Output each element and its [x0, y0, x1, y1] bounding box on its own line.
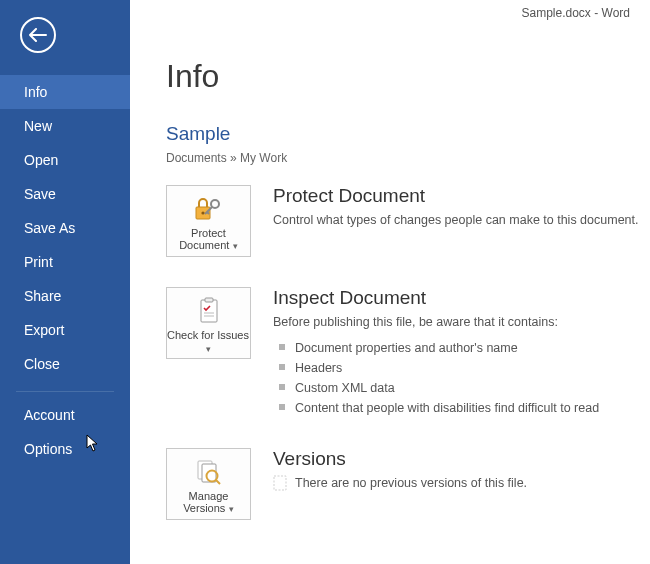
section-protect: Protect Document ▾ Protect Document Cont… [166, 185, 650, 257]
versions-row: There are no previous versions of this f… [273, 475, 640, 491]
document-ghost-icon [273, 475, 287, 491]
section-body: Protect Document Control what types of c… [273, 185, 650, 230]
svg-rect-5 [201, 300, 217, 322]
app-root: Info New Open Save Save As Print Share E… [0, 0, 650, 564]
check-for-issues-button[interactable]: Check for Issues ▾ [166, 287, 251, 359]
content: Info Sample Documents » My Work [130, 0, 650, 520]
svg-rect-13 [274, 476, 286, 490]
nav-label: Options [24, 441, 72, 457]
protect-document-button[interactable]: Protect Document ▾ [166, 185, 251, 257]
section-desc: Control what types of changes people can… [273, 212, 640, 230]
nav-item-save-as[interactable]: Save As [0, 211, 130, 245]
checklist-icon [196, 296, 222, 326]
nav-item-close[interactable]: Close [0, 347, 130, 381]
document-name: Sample [166, 123, 650, 145]
tile-label: Manage Versions ▾ [167, 490, 250, 515]
nav-item-new[interactable]: New [0, 109, 130, 143]
main: Sample.docx - Word Info Sample Documents… [130, 0, 650, 564]
nav-item-open[interactable]: Open [0, 143, 130, 177]
svg-line-4 [207, 212, 209, 214]
issue-item: Document properties and author's name [273, 338, 640, 358]
nav-label: New [24, 118, 52, 134]
nav: Info New Open Save Save As Print Share E… [0, 75, 130, 466]
issue-item: Headers [273, 358, 640, 378]
nav-separator [16, 391, 114, 392]
tile-label: Check for Issues ▾ [167, 329, 250, 355]
window-title: Sample.docx - Word [522, 6, 631, 20]
nav-item-export[interactable]: Export [0, 313, 130, 347]
breadcrumb: Documents » My Work [166, 151, 650, 165]
svg-rect-10 [202, 464, 216, 482]
nav-label: Export [24, 322, 64, 338]
chevron-down-icon: ▾ [230, 241, 238, 251]
nav-label: Save [24, 186, 56, 202]
nav-label: Info [24, 84, 47, 100]
nav-label: Account [24, 407, 75, 423]
chevron-down-icon: ▾ [206, 344, 211, 354]
back-arrow-icon [29, 28, 47, 42]
nav-item-options[interactable]: Options [0, 432, 130, 466]
svg-point-1 [201, 211, 204, 214]
cursor-icon [86, 434, 100, 455]
tile-label: Protect Document ▾ [167, 227, 250, 252]
nav-label: Share [24, 288, 61, 304]
nav-label: Close [24, 356, 60, 372]
section-body: Versions There are no previous versions … [273, 448, 650, 491]
svg-rect-6 [205, 298, 213, 302]
issue-item: Custom XML data [273, 378, 640, 398]
nav-label: Save As [24, 220, 75, 236]
chevron-down-icon: ▾ [226, 504, 234, 514]
nav-item-print[interactable]: Print [0, 245, 130, 279]
sidebar: Info New Open Save Save As Print Share E… [0, 0, 130, 564]
lock-key-icon [194, 194, 224, 224]
nav-label: Print [24, 254, 53, 270]
section-versions: Manage Versions ▾ Versions There are no … [166, 448, 650, 520]
section-title: Versions [273, 448, 640, 470]
issue-item: Content that people with disabilities fi… [273, 398, 640, 418]
page-title: Info [166, 58, 650, 95]
versions-icon [195, 457, 223, 487]
issue-list: Document properties and author's name He… [273, 338, 640, 418]
nav-item-account[interactable]: Account [0, 398, 130, 432]
svg-line-12 [216, 480, 220, 484]
manage-versions-button[interactable]: Manage Versions ▾ [166, 448, 251, 520]
section-body: Inspect Document Before publishing this … [273, 287, 650, 418]
versions-text: There are no previous versions of this f… [295, 476, 527, 490]
section-inspect: Check for Issues ▾ Inspect Document Befo… [166, 287, 650, 418]
back-button[interactable] [20, 17, 56, 53]
nav-item-info[interactable]: Info [0, 75, 130, 109]
section-desc: Before publishing this file, be aware th… [273, 314, 640, 332]
nav-label: Open [24, 152, 58, 168]
nav-item-share[interactable]: Share [0, 279, 130, 313]
section-title: Protect Document [273, 185, 640, 207]
svg-point-2 [211, 200, 219, 208]
nav-item-save[interactable]: Save [0, 177, 130, 211]
section-title: Inspect Document [273, 287, 640, 309]
